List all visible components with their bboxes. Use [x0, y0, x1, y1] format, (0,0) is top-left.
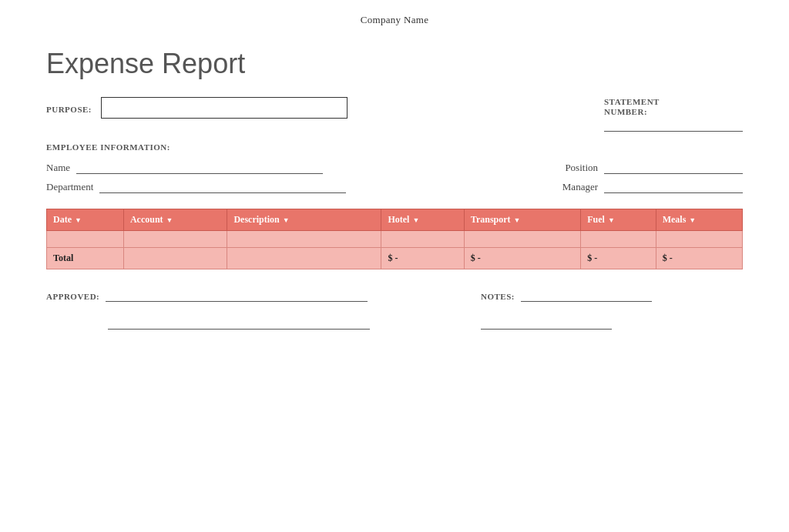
meals-dropdown-icon[interactable]: ▼ [689, 216, 696, 224]
report-title: Expense Report [46, 48, 743, 80]
col-hotel[interactable]: Hotel ▼ [381, 209, 464, 231]
col-date[interactable]: Date ▼ [47, 209, 124, 231]
manager-label: Manager [562, 181, 598, 193]
department-input[interactable] [99, 180, 346, 193]
expense-table: Date ▼ Account ▼ Description ▼ [46, 209, 743, 269]
total-description [227, 248, 381, 269]
total-fuel: $ - [581, 248, 656, 269]
total-hotel: $ - [381, 248, 464, 269]
total-row: Total $ - $ - $ - [47, 248, 743, 269]
description-dropdown-icon[interactable]: ▼ [283, 216, 290, 224]
name-input[interactable] [76, 161, 323, 174]
row-date[interactable] [47, 231, 124, 248]
col-account[interactable]: Account ▼ [123, 209, 227, 231]
total-account [123, 248, 227, 269]
row-account[interactable] [123, 231, 227, 248]
manager-input[interactable] [604, 180, 743, 193]
row-fuel[interactable] [581, 231, 656, 248]
approved-label: APPROVED: [46, 289, 99, 301]
position-input[interactable] [604, 161, 743, 174]
col-meals[interactable]: Meals ▼ [656, 209, 742, 231]
total-meals: $ - [656, 248, 742, 269]
account-dropdown-icon[interactable]: ▼ [166, 216, 173, 224]
purpose-label: PURPOSE: [46, 102, 92, 114]
statement-number-input[interactable] [604, 119, 743, 132]
row-meals[interactable] [656, 231, 742, 248]
col-fuel[interactable]: Fuel ▼ [581, 209, 656, 231]
approved-input[interactable] [106, 288, 368, 302]
row-description[interactable] [227, 231, 381, 248]
fuel-dropdown-icon[interactable]: ▼ [608, 216, 615, 224]
total-label: Total [47, 248, 124, 269]
approved-secondary-input[interactable] [108, 316, 370, 330]
hotel-dropdown-icon[interactable]: ▼ [412, 216, 419, 224]
transport-dropdown-icon[interactable]: ▼ [514, 216, 521, 224]
date-dropdown-icon[interactable]: ▼ [75, 216, 82, 224]
position-label: Position [565, 162, 598, 174]
company-name: Company Name [46, 0, 743, 26]
statement-label: STATEMENT NUMBER: [604, 97, 660, 117]
notes-label: NOTES: [481, 289, 515, 301]
employee-section-label: EMPLOYEE INFORMATION: [46, 142, 743, 152]
notes-input[interactable] [521, 288, 652, 302]
row-transport[interactable] [464, 231, 580, 248]
total-transport: $ - [464, 248, 580, 269]
row-hotel[interactable] [381, 231, 464, 248]
notes-secondary-input[interactable] [481, 316, 612, 330]
col-description[interactable]: Description ▼ [227, 209, 381, 231]
department-label: Department [46, 181, 93, 193]
col-transport[interactable]: Transport ▼ [464, 209, 580, 231]
purpose-input[interactable] [101, 97, 347, 119]
table-row [47, 231, 743, 248]
name-label: Name [46, 162, 70, 174]
